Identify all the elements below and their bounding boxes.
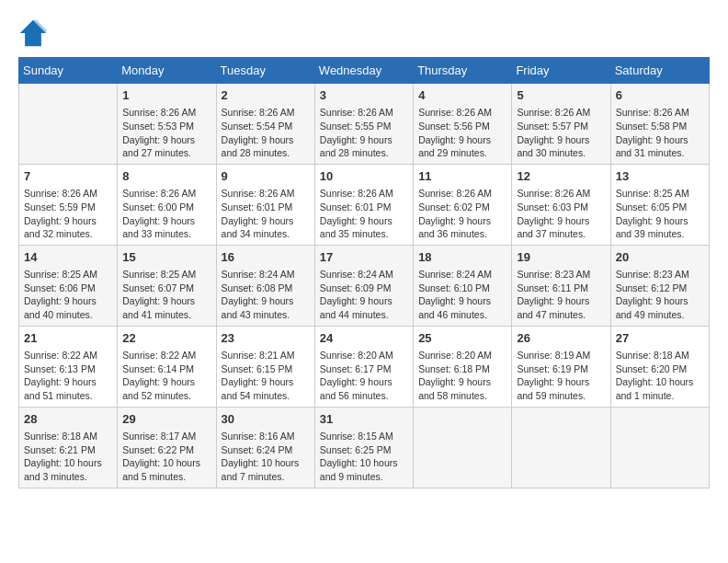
calendar-cell: 25Sunrise: 8:20 AMSunset: 6:18 PMDayligh… [414,326,512,407]
cell-info: Daylight: 9 hours [320,294,408,308]
cell-info: Daylight: 9 hours [616,214,704,228]
cell-info: and 3 minutes. [24,470,112,484]
cell-info: Daylight: 9 hours [517,214,605,228]
days-header-row: SundayMondayTuesdayWednesdayThursdayFrid… [19,58,710,84]
cell-info: and 56 minutes. [320,389,408,403]
cell-info: Sunrise: 8:26 AM [616,106,704,120]
day-number: 27 [616,330,704,347]
day-number: 24 [320,330,408,347]
cell-info: Sunset: 6:01 PM [320,201,408,214]
week-row-3: 14Sunrise: 8:25 AMSunset: 6:06 PMDayligh… [19,245,710,326]
cell-info: Sunrise: 8:24 AM [418,268,506,282]
cell-info: Sunrise: 8:26 AM [122,187,210,201]
calendar-cell: 13Sunrise: 8:25 AMSunset: 6:05 PMDayligh… [610,164,709,245]
day-number: 29 [122,411,210,428]
cell-info: and 37 minutes. [517,227,605,241]
calendar-cell: 4Sunrise: 8:26 AMSunset: 5:56 PMDaylight… [414,84,512,165]
calendar-cell: 2Sunrise: 8:26 AMSunset: 5:54 PMDaylight… [216,84,314,165]
cell-info: and 28 minutes. [222,146,310,160]
cell-info: and 59 minutes. [517,389,605,403]
cell-info: and 39 minutes. [616,227,704,241]
cell-info: Sunset: 5:57 PM [517,120,605,133]
calendar-table: SundayMondayTuesdayWednesdayThursdayFrid… [18,57,710,488]
cell-info: and 51 minutes. [24,389,112,403]
cell-info: and 41 minutes. [122,308,210,322]
cell-info: Sunrise: 8:26 AM [222,187,310,201]
cell-info: Daylight: 10 hours [320,456,408,470]
day-header-monday: Monday [118,58,216,84]
cell-info: Sunset: 6:19 PM [517,362,605,376]
cell-info: Sunrise: 8:22 AM [24,349,112,362]
cell-info: Daylight: 9 hours [222,214,310,228]
calendar-cell [610,407,709,488]
logo [18,18,51,48]
cell-info: Sunrise: 8:26 AM [320,106,408,120]
cell-info: and 29 minutes. [418,146,506,160]
cell-info: Sunrise: 8:15 AM [320,430,408,443]
day-header-wednesday: Wednesday [314,58,413,84]
day-number: 6 [616,87,704,104]
cell-info: Sunrise: 8:26 AM [122,106,210,120]
calendar-cell: 7Sunrise: 8:26 AMSunset: 5:59 PMDaylight… [19,164,118,245]
cell-info: Sunrise: 8:18 AM [24,430,112,443]
calendar-cell: 29Sunrise: 8:17 AMSunset: 6:22 PMDayligh… [118,407,216,488]
cell-info: Daylight: 9 hours [24,294,112,308]
calendar-cell: 14Sunrise: 8:25 AMSunset: 6:06 PMDayligh… [19,245,118,326]
cell-info: Sunset: 6:18 PM [418,362,506,376]
cell-info: Daylight: 9 hours [222,294,310,308]
day-header-thursday: Thursday [414,58,512,84]
day-number: 16 [222,249,310,266]
cell-info: Sunset: 6:21 PM [24,443,112,457]
cell-info: Sunset: 5:54 PM [222,120,310,133]
cell-info: and 49 minutes. [616,308,704,322]
cell-info: Sunrise: 8:16 AM [222,430,310,443]
calendar-cell [512,407,610,488]
svg-marker-0 [20,20,46,46]
cell-info: Sunset: 6:25 PM [320,443,408,457]
cell-info: and 47 minutes. [517,308,605,322]
cell-info: Daylight: 9 hours [418,294,506,308]
day-number: 12 [517,168,605,185]
cell-info: Daylight: 9 hours [122,375,210,389]
calendar-cell: 23Sunrise: 8:21 AMSunset: 6:15 PMDayligh… [216,326,314,407]
cell-info: and 32 minutes. [24,227,112,241]
cell-info: Sunset: 6:24 PM [222,443,310,457]
day-number: 4 [418,87,506,104]
cell-info: Sunset: 5:59 PM [24,201,112,214]
cell-info: and 35 minutes. [320,227,408,241]
cell-info: Sunset: 6:10 PM [418,282,506,295]
day-number: 14 [24,249,112,266]
cell-info: Sunrise: 8:20 AM [320,349,408,362]
cell-info: Sunrise: 8:26 AM [320,187,408,201]
cell-info: Sunrise: 8:26 AM [24,187,112,201]
cell-info: and 44 minutes. [320,308,408,322]
cell-info: Sunset: 5:56 PM [418,120,506,133]
cell-info: and 43 minutes. [222,308,310,322]
calendar-cell: 28Sunrise: 8:18 AMSunset: 6:21 PMDayligh… [19,407,118,488]
cell-info: Daylight: 9 hours [616,294,704,308]
cell-info: and 9 minutes. [320,470,408,484]
cell-info: Sunset: 6:05 PM [616,201,704,214]
cell-info: Daylight: 9 hours [222,375,310,389]
cell-info: and 40 minutes. [24,308,112,322]
calendar-cell: 5Sunrise: 8:26 AMSunset: 5:57 PMDaylight… [512,84,610,165]
cell-info: Daylight: 10 hours [24,456,112,470]
calendar-cell: 21Sunrise: 8:22 AMSunset: 6:13 PMDayligh… [19,326,118,407]
cell-info: Sunset: 6:12 PM [616,282,704,295]
page-header [18,18,710,48]
cell-info: Daylight: 9 hours [320,133,408,147]
cell-info: and 5 minutes. [122,470,210,484]
cell-info: and 7 minutes. [222,470,310,484]
day-number: 13 [616,168,704,185]
cell-info: Sunset: 5:58 PM [616,120,704,133]
day-number: 17 [320,249,408,266]
day-number: 11 [418,168,506,185]
cell-info: Daylight: 9 hours [122,133,210,147]
cell-info: Daylight: 9 hours [418,133,506,147]
cell-info: Daylight: 9 hours [320,375,408,389]
calendar-cell: 18Sunrise: 8:24 AMSunset: 6:10 PMDayligh… [414,245,512,326]
day-number: 19 [517,249,605,266]
cell-info: Sunrise: 8:24 AM [320,268,408,282]
cell-info: Daylight: 9 hours [122,214,210,228]
day-number: 1 [122,87,210,104]
